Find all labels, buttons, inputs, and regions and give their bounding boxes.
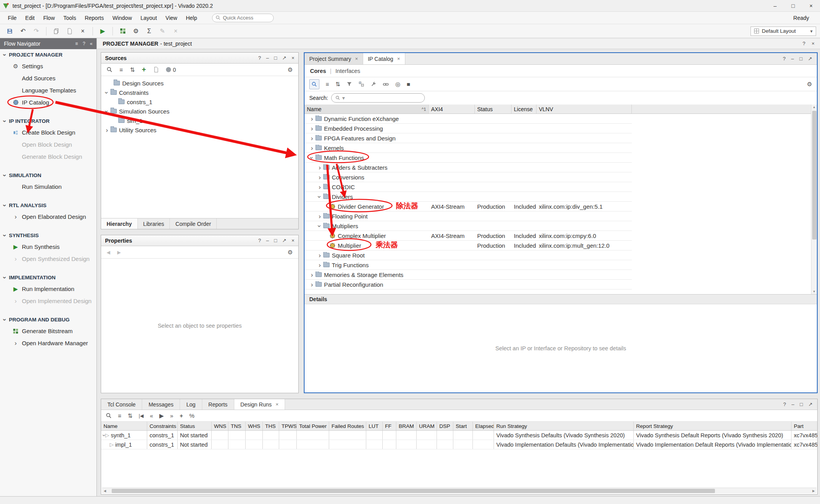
menu-icon[interactable]: ≡ <box>75 41 78 46</box>
edit-button[interactable]: ✎ <box>157 26 168 37</box>
percent-icon[interactable]: % <box>189 412 194 419</box>
quick-access-input[interactable] <box>223 15 266 21</box>
chevron-down-icon[interactable]: › <box>103 91 110 94</box>
flow-item-generate-block-design[interactable]: Generate Block Design <box>0 151 96 163</box>
help-icon[interactable]: ? <box>83 41 86 46</box>
tab-design-runs[interactable]: Design Runs × <box>234 399 285 410</box>
flow-item-generate-bitstream[interactable]: Generate Bitstream <box>0 325 96 337</box>
maximize-icon[interactable]: □ <box>274 238 277 243</box>
filter-icon[interactable] <box>346 81 352 87</box>
menu-reports[interactable]: Reports <box>81 13 108 23</box>
search-button[interactable] <box>309 79 319 89</box>
close-icon[interactable]: × <box>811 41 815 46</box>
flow-item-create-block-design[interactable]: Create Block Design <box>0 126 96 138</box>
menu-edit[interactable]: Edit <box>21 13 39 23</box>
column-header[interactable]: Failed Routes <box>329 422 366 430</box>
tab-tcl-console[interactable]: Tcl Console <box>101 399 142 410</box>
flow-item-run-implementation[interactable]: ▶ Run Implementation <box>0 283 96 295</box>
column-header[interactable]: LUT <box>366 422 383 430</box>
maximize-icon[interactable]: □ <box>799 56 802 62</box>
program-device-button[interactable] <box>117 26 128 37</box>
tab-project-summary[interactable]: Project Summary × <box>305 53 363 64</box>
column-header[interactable]: FF <box>383 422 396 430</box>
column-header[interactable]: Status <box>178 422 212 430</box>
tree-item-design-sources[interactable]: Design Sources <box>101 78 298 88</box>
search-icon[interactable] <box>106 413 112 419</box>
flow-item-open-hardware-manager[interactable]: › Open Hardware Manager <box>0 337 96 349</box>
run-icon[interactable]: ▶ <box>159 412 164 419</box>
ip-category-row-dividers[interactable]: ›Dividers <box>305 192 632 202</box>
delete-button[interactable]: × <box>77 26 89 37</box>
flow-item-language-templates[interactable]: Language Templates <box>0 84 96 96</box>
menu-flow[interactable]: Flow <box>39 13 59 23</box>
ip-category-row[interactable]: ›Partial Reconfiguration <box>305 280 632 289</box>
copy-button[interactable] <box>50 26 62 37</box>
tree-item-simulation-sources[interactable]: › Simulation Sources <box>101 106 298 116</box>
close-icon[interactable]: × <box>291 238 294 243</box>
settings-button[interactable]: ⚙ <box>130 26 142 37</box>
ip-row-divider-generator[interactable]: Divider Generator AXI4-Stream Production… <box>305 202 632 211</box>
ip-search-box[interactable]: ▾ <box>331 93 425 103</box>
chevron-right-icon[interactable]: › <box>319 174 321 181</box>
flow-item-settings[interactable]: ⚙ Settings <box>0 60 96 72</box>
flow-section-project-manager[interactable]: › PROJECT MANAGER <box>0 49 96 60</box>
ip-category-row[interactable]: ›Trig Functions <box>305 260 632 270</box>
column-header[interactable]: TNS <box>228 422 246 430</box>
maximize-icon[interactable]: □ <box>800 401 803 407</box>
gear-icon[interactable]: ⚙ <box>807 81 812 88</box>
stop-icon[interactable]: ■ <box>406 81 410 87</box>
ip-category-row[interactable]: ›Memories & Storage Elements <box>305 270 632 280</box>
tree-item-constrs-1[interactable]: constrs_1 <box>101 97 298 106</box>
tab-libraries[interactable]: Libraries <box>138 218 170 229</box>
column-header-vlnv[interactable]: VLNV <box>537 105 632 114</box>
chevron-right-icon[interactable]: › <box>319 252 321 259</box>
column-header[interactable]: Elapsed <box>473 422 494 430</box>
run-button[interactable]: ▶ <box>97 26 109 37</box>
tab-reports[interactable]: Reports <box>202 399 234 410</box>
chevron-down-icon[interactable]: › <box>102 434 107 436</box>
collapse-all-icon[interactable]: ≡ <box>326 81 329 87</box>
tab-messages[interactable]: Messages <box>142 399 180 410</box>
flow-section-rtl-analysis[interactable]: › RTL ANALYSIS <box>0 200 96 211</box>
tab-hierarchy[interactable]: Hierarchy <box>101 218 138 229</box>
sum-button[interactable]: Σ <box>143 26 155 37</box>
close-icon[interactable]: × <box>291 55 294 61</box>
gear-icon[interactable]: ⚙ <box>288 249 293 256</box>
flow-item-open-block-design[interactable]: Open Block Design <box>0 138 96 151</box>
ip-category-row-multipliers[interactable]: ›Multipliers <box>305 221 632 231</box>
ip-row-complex-multiplier[interactable]: Complex Multiplier AXI4-Stream Productio… <box>305 231 632 241</box>
chevron-down-icon[interactable]: › <box>316 225 323 227</box>
quick-access-search[interactable] <box>212 14 274 22</box>
design-run-row-impl[interactable]: ▷ impl_1 constrs_1 Not started Vivado Im… <box>101 440 817 449</box>
tab-ip-catalog[interactable]: IP Catalog × <box>363 53 405 64</box>
column-header[interactable]: Name <box>101 422 147 430</box>
float-icon[interactable]: ↗ <box>808 401 813 407</box>
ip-category-row-math-functions[interactable]: ›Math Functions <box>305 153 632 163</box>
minimize-icon[interactable]: – <box>791 56 794 62</box>
menu-window[interactable]: Window <box>109 13 136 23</box>
ip-category-row[interactable]: ›Dynamic Function eXchange <box>305 114 632 124</box>
ip-category-row[interactable]: ›Embedded Processing <box>305 124 632 133</box>
ip-row-multiplier[interactable]: Multiplier Production Included xilinx.co… <box>305 241 632 250</box>
create-run-icon[interactable]: + <box>180 412 183 419</box>
tree-item-utility-sources[interactable]: › Utility Sources <box>101 125 298 135</box>
design-run-row-synth[interactable]: › ▷ synth_1 constrs_1 Not started Vivado… <box>101 431 817 440</box>
flow-item-run-simulation[interactable]: Run Simulation <box>0 181 96 193</box>
chevron-right-icon[interactable]: › <box>311 125 313 132</box>
chevron-right-icon[interactable]: › <box>319 164 321 171</box>
maximize-button[interactable]: □ <box>784 0 802 11</box>
column-header-status[interactable]: Status <box>475 105 512 114</box>
back-icon[interactable]: ◀ <box>107 250 110 255</box>
maximize-icon[interactable]: □ <box>274 55 277 61</box>
column-header[interactable]: TPWS <box>279 422 297 430</box>
flow-item-open-synthesized-design[interactable]: › Open Synthesized Design <box>0 253 96 265</box>
help-icon[interactable]: ? <box>783 56 786 62</box>
column-header[interactable]: WHS <box>246 422 263 430</box>
ip-category-row[interactable]: ›Square Root <box>305 250 632 260</box>
minimize-icon[interactable]: – <box>791 401 794 407</box>
scrollbar-track[interactable] <box>108 488 811 493</box>
scrollbar-thumb[interactable] <box>112 489 715 493</box>
expand-all-icon[interactable]: ⇅ <box>335 81 340 88</box>
menu-layout[interactable]: Layout <box>137 13 161 23</box>
link-icon[interactable] <box>383 81 389 87</box>
